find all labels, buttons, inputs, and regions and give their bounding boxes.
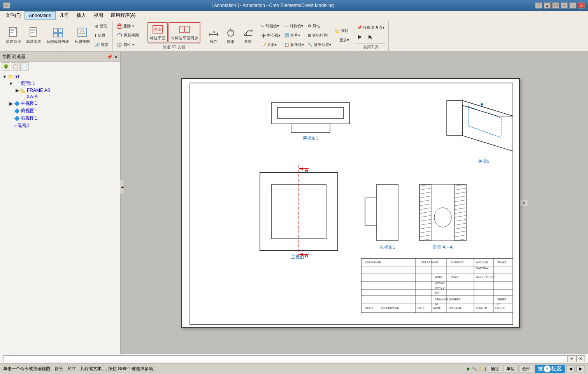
sidebar-pin-btn[interactable]: 📌 [107,54,112,60]
btn-from-view[interactable]: 从属视图 [72,25,92,46]
menu-annotation[interactable]: Annotation [25,11,55,20]
svg-rect-9 [58,29,63,32]
right-panel-handle[interactable]: ▼ [522,201,526,205]
status-unit-btn[interactable]: 单位 [504,365,518,372]
sidebar-title: 绘图浏览器 [2,53,26,60]
btn-sync-plane[interactable]: 与标注平面同步 [169,22,200,42]
tree-item-pen[interactable]: ≡ 笔规1 [2,122,119,129]
btn-modify-pos[interactable]: 🔧 修改位置▾ [306,41,333,49]
btn-delete[interactable]: 删除 ▾ [115,22,136,30]
restore-up-btn[interactable]: ▲ [544,2,551,9]
btn-ref-line[interactable]: 📋 参考线▾ [283,41,305,49]
menu-insert[interactable]: 插入 [73,11,90,20]
minimize-btn[interactable]: ─ [3,2,10,9]
ribbon-group-setup: 新建绘图 新建页面 [2,21,113,51]
btn-cursor-tool[interactable] [366,33,374,41]
restore-btn[interactable]: ❐ [552,2,559,9]
menu-view[interactable]: 视图 [90,11,107,20]
status-nav-left[interactable]: ◀ [566,365,575,372]
btn-annotation-plane-label: 标注平面 [150,35,165,41]
ribbon-group-tools: 📌 投影参考点▾ 实用工具 [353,21,389,51]
svg-text:MATERIAL: MATERIAL [476,267,490,270]
svg-text:DESCRIPTION: DESCRIPTION [381,307,399,309]
btn-new-page[interactable]: 新建页面 [24,25,44,46]
svg-text:30: 30 [249,29,253,32]
expand-page1: ▼ [9,81,13,86]
page-icon: 📄 [14,81,20,86]
collapse-handle[interactable]: ◀ [120,179,125,195]
sidebar-close-btn[interactable]: ✕ [114,54,118,60]
sidebar-tool-2[interactable]: 📋 [11,62,19,71]
svg-marker-56 [299,168,303,170]
tree-item-p1[interactable]: ▼ 📁 p1 [2,74,119,80]
svg-text:标注: 标注 [154,27,161,31]
svg-text:SCALE: SCALE [497,261,506,264]
btn-sym-line[interactable]: ↔ 对称线▾ [283,22,305,30]
svg-rect-25 [185,26,190,32]
cmd-bar: ↵ ✕ [0,354,588,363]
minimize-window-btn[interactable]: ─ [561,2,568,9]
cmd-input[interactable] [3,355,568,362]
cmd-clear-btn[interactable]: ✕ [576,355,585,362]
btn-proj-ref[interactable]: 📌 投影参考点▾ [356,23,386,32]
btn-symbol[interactable]: 🔣 符号▾ [283,31,305,40]
text-icon: 📝 [261,43,266,47]
svg-text:DRAWN: DRAWN [435,281,445,284]
view-icon-main: 🔷 [14,101,20,106]
window-title: [ Annotation ] - Annotation - Creo Eleme… [10,3,535,8]
canvas-area[interactable]: 俯视图1 等测1 [121,52,588,354]
btn-more-notation[interactable]: ... 更多▾ [333,36,351,44]
btn-angle[interactable]: 30 角度 [240,25,256,46]
btn-stagger[interactable]: ⊞ 交错排列 [306,31,333,40]
btn-new-drawing[interactable]: 新建绘图 [4,25,23,46]
menu-file[interactable]: 文件(F) [2,11,25,20]
status-all-btn[interactable]: 全部 [519,365,533,372]
svg-text:剖面 A－A: 剖面 A－A [433,245,453,249]
btn-section-line[interactable]: ✂ 剖面线▾ [260,22,282,30]
btn-update-view[interactable]: 更新视图 [115,31,140,40]
btn-arrow-tool[interactable] [356,33,364,41]
sidebar: 绘图浏览器 📌 ✕ 🌳 📋 📄 ▼ 📁 p1 ▼ 📄 页面: 1 [0,52,121,354]
sidebar-tool-1[interactable]: 🌳 [2,62,10,71]
btn-properties[interactable]: 属性 ▾ [115,41,136,49]
help-btn[interactable]: ? [535,2,542,9]
tree-item-frame[interactable]: ▶ 📐 FRAME A3 [2,87,119,94]
btn-properties-notation[interactable]: ⚙ 属性 [306,22,333,30]
svg-rect-8 [53,29,58,32]
svg-text:俯视图1: 俯视图1 [303,136,318,140]
close-btn[interactable]: ✕ [578,2,585,9]
btn-linear[interactable]: -5 线性 [205,25,222,46]
cmd-enter-btn[interactable]: ↵ [568,355,576,362]
tree-item-aa[interactable]: ≡ A-A [2,94,119,100]
tree-item-page1[interactable]: ▼ 📄 页面: 1 [2,80,119,87]
btn-info[interactable]: ℹ 信息 [93,31,110,40]
btn-tilt[interactable]: 📐 倾斜 [333,26,351,35]
view-icon-right: 🔷 [14,116,20,121]
btn-new-std-view[interactable]: 新的标准视图 [44,25,72,46]
svg-marker-17 [121,34,122,37]
tree-item-top-view[interactable]: 🔷 俯视图1 [2,107,119,115]
info-icon: ℹ [95,34,97,38]
status-capture-btn[interactable]: 捕捉 [488,365,502,372]
sidebar-tool-3[interactable]: 📄 [20,62,29,71]
maximize-btn[interactable]: □ [569,2,576,9]
proj-ref-icon: 📌 [357,25,362,30]
btn-text[interactable]: 📝 文本▾ [260,41,282,49]
status-warn-icon: ⚠ [479,366,483,371]
tree-item-right-view[interactable]: 🔷 右视图1 [2,115,119,122]
svg-rect-7 [31,32,34,33]
btn-center-line[interactable]: ➕ 中心线▾ [260,31,282,40]
menu-apps[interactable]: 应用程序(A) [107,11,140,20]
ribbon: 新建绘图 新建页面 [0,20,588,52]
svg-text:ORIGINAL: ORIGINAL [449,307,462,309]
status-nav-right[interactable]: ▶ [576,365,585,372]
btn-sync-plane-label: 与标注平面同步 [171,35,198,41]
tree-item-main-view[interactable]: ▶ 🔷 主视图1 [2,100,119,107]
folder-icon: 📁 [8,74,14,79]
btn-annotation-plane[interactable]: 标注 标注平面 [147,22,168,42]
btn-connect[interactable]: 🔗 连接 [93,41,110,49]
btn-circle[interactable]: 5 圆形 [223,25,239,46]
svg-rect-6 [31,30,35,31]
btn-manage[interactable]: ⚙ 管理 [93,22,110,30]
menu-geometry[interactable]: 几何 [56,11,73,20]
